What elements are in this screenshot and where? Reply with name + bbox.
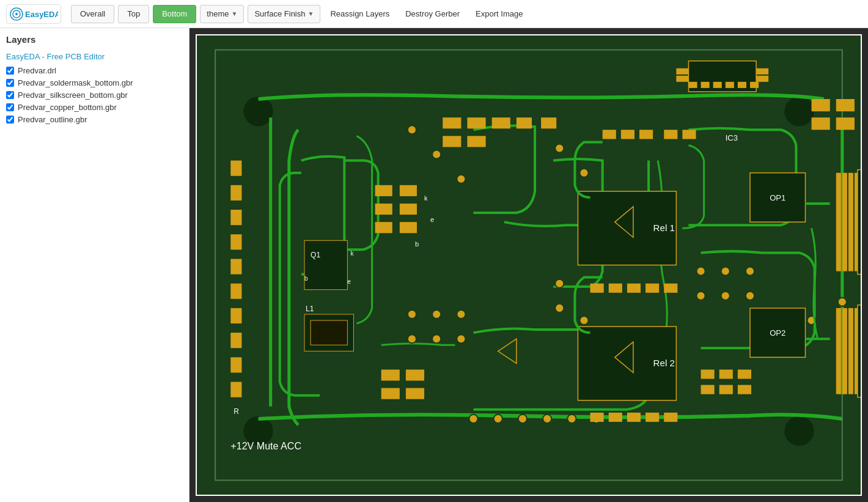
svg-point-86 <box>721 292 730 300</box>
ic3-label: IC3 <box>726 133 738 142</box>
svg-rect-109 <box>738 385 751 394</box>
svg-point-2 <box>15 13 18 15</box>
svg-rect-98 <box>664 284 677 293</box>
svg-point-7 <box>784 97 814 126</box>
theme-dropdown[interactable]: theme ▼ <box>200 5 244 23</box>
svg-rect-94 <box>590 284 604 293</box>
q1-label: Q1 <box>311 251 320 259</box>
svg-rect-106 <box>738 369 751 378</box>
svg-point-83 <box>697 267 705 276</box>
svg-rect-133 <box>406 388 424 399</box>
svg-point-79 <box>518 415 527 423</box>
logo: EasyEDA <box>6 4 61 24</box>
top-button[interactable]: Top <box>118 5 149 23</box>
svg-point-80 <box>543 415 551 423</box>
svg-text:EasyEDA: EasyEDA <box>25 10 58 19</box>
svg-rect-102 <box>645 413 659 422</box>
op2-label: OP2 <box>770 328 785 338</box>
svg-rect-26 <box>726 82 734 88</box>
layer-checkbox-3[interactable] <box>6 103 14 111</box>
svg-rect-54 <box>492 117 510 128</box>
svg-rect-107 <box>701 385 715 394</box>
bottom-text: +12V Mute ACC <box>230 440 301 451</box>
svg-rect-63 <box>230 259 241 274</box>
svg-rect-96 <box>627 284 641 293</box>
svg-point-140 <box>457 310 465 319</box>
overall-button[interactable]: Overall <box>71 5 114 23</box>
main-layout: Layers EasyEDA - Free PCB Editor Predvar… <box>0 28 868 502</box>
svg-rect-90 <box>621 130 634 139</box>
pcb-area[interactable]: IC1 IC2 IC3 <box>189 28 868 502</box>
svg-rect-130 <box>381 369 400 380</box>
svg-rect-92 <box>664 130 677 139</box>
svg-rect-91 <box>639 130 653 139</box>
layers-title: Layers <box>6 34 183 45</box>
surface-finish-caret: ▼ <box>307 10 314 17</box>
easyeda-link[interactable]: EasyEDA - Free PCB Editor <box>6 52 183 61</box>
svg-rect-65 <box>230 308 241 323</box>
reassign-layers-button[interactable]: Reassign Layers <box>324 5 395 23</box>
svg-rect-16 <box>848 308 853 394</box>
svg-rect-59 <box>230 161 241 176</box>
svg-text:b: b <box>304 275 308 282</box>
layer-label-1: Predvar_soldermask_bottom.gbr <box>18 78 133 87</box>
svg-rect-55 <box>443 136 461 147</box>
svg-rect-23 <box>688 82 697 88</box>
layer-label-0: Predvar.drl <box>18 66 56 75</box>
svg-rect-25 <box>713 82 722 88</box>
svg-point-9 <box>784 416 814 446</box>
svg-rect-27 <box>738 82 746 88</box>
svg-rect-53 <box>467 117 485 128</box>
svg-text:R: R <box>234 407 239 416</box>
svg-rect-99 <box>590 413 604 422</box>
layer-item-2: Predvar_silkscreen_bottom.gbr <box>6 90 183 100</box>
layer-label-4: Predvar_outline.gbr <box>18 115 87 124</box>
destroy-gerber-button[interactable]: Destroy Gerber <box>399 5 466 23</box>
layer-checkbox-2[interactable] <box>6 91 14 99</box>
svg-rect-108 <box>719 385 733 394</box>
svg-point-81 <box>567 415 576 423</box>
svg-rect-61 <box>230 210 241 225</box>
svg-rect-126 <box>375 204 392 215</box>
svg-rect-60 <box>230 185 241 201</box>
bottom-button[interactable]: Bottom <box>153 5 196 23</box>
op1-label: OP1 <box>770 193 785 202</box>
svg-rect-68 <box>230 382 241 397</box>
svg-point-6 <box>243 97 273 126</box>
svg-point-87 <box>746 267 754 276</box>
export-image-button[interactable]: Export Image <box>469 5 529 23</box>
svg-point-137 <box>432 310 441 319</box>
layer-label-2: Predvar_silkscreen_bottom.gbr <box>18 90 128 100</box>
svg-point-139 <box>432 334 441 343</box>
svg-rect-132 <box>381 388 400 399</box>
layer-label-3: Predvar_copper_bottom.gbr <box>18 103 117 112</box>
svg-point-136 <box>408 310 416 319</box>
svg-rect-57 <box>517 117 532 128</box>
svg-rect-89 <box>603 130 616 139</box>
svg-point-78 <box>494 415 502 423</box>
svg-point-73 <box>579 169 588 177</box>
svg-rect-52 <box>443 117 461 128</box>
svg-rect-93 <box>682 130 696 139</box>
layer-checkbox-1[interactable] <box>6 79 14 87</box>
svg-rect-66 <box>230 333 241 348</box>
svg-rect-18 <box>836 308 841 394</box>
svg-point-138 <box>408 334 416 343</box>
layer-checkbox-0[interactable] <box>6 67 14 75</box>
svg-rect-129 <box>400 222 417 233</box>
svg-point-141 <box>457 334 465 343</box>
svg-rect-105 <box>719 369 733 378</box>
svg-rect-30 <box>836 99 855 111</box>
svg-rect-101 <box>627 413 641 422</box>
svg-rect-11 <box>848 173 853 271</box>
svg-rect-125 <box>400 185 417 196</box>
layer-checkbox-4[interactable] <box>6 116 14 124</box>
svg-rect-104 <box>701 369 715 378</box>
svg-rect-128 <box>375 222 392 233</box>
surface-finish-dropdown[interactable]: Surface Finish ▼ <box>248 5 320 23</box>
svg-rect-62 <box>230 234 241 249</box>
svg-rect-28 <box>750 82 759 88</box>
svg-rect-127 <box>400 204 417 215</box>
rel1-label: Rel 1 <box>653 223 675 233</box>
theme-caret: ▼ <box>231 10 237 17</box>
